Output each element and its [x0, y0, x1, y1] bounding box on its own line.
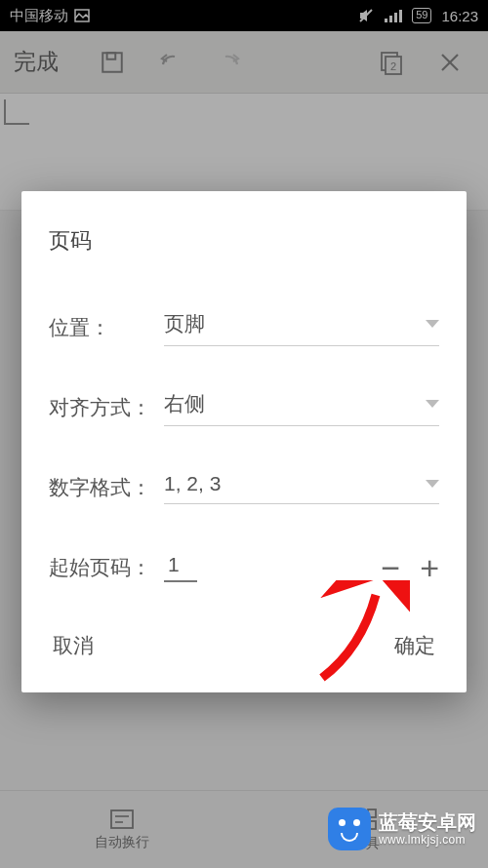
start-row: 起始页码： 1 − + [49, 542, 439, 593]
dialog-title: 页码 [49, 226, 439, 256]
position-select[interactable]: 页脚 [164, 310, 439, 346]
format-value: 1, 2, 3 [164, 472, 221, 495]
start-value[interactable]: 1 [164, 553, 197, 582]
alignment-row: 对齐方式： 右侧 [49, 382, 439, 433]
chevron-down-icon [426, 320, 439, 328]
decrement-button[interactable]: − [381, 551, 400, 584]
increment-button[interactable]: + [420, 551, 439, 584]
format-select[interactable]: 1, 2, 3 [164, 472, 439, 504]
watermark-url: www.lmkjsj.com [379, 834, 476, 848]
alignment-value: 右侧 [164, 390, 205, 417]
cancel-button[interactable]: 取消 [49, 626, 98, 665]
format-row: 数字格式： 1, 2, 3 [49, 462, 439, 513]
format-label: 数字格式： [49, 474, 164, 501]
position-value: 页脚 [164, 310, 205, 337]
chevron-down-icon [426, 480, 439, 488]
page-number-dialog: 页码 位置： 页脚 对齐方式： 右侧 数字格式： 1, 2, 3 起始页码： 1… [21, 191, 467, 692]
watermark-logo-icon [328, 808, 371, 850]
alignment-select[interactable]: 右侧 [164, 390, 439, 426]
watermark: 蓝莓安卓网 www.lmkjsj.com [328, 808, 476, 850]
chevron-down-icon [426, 400, 439, 408]
start-label: 起始页码： [49, 554, 164, 581]
position-row: 位置： 页脚 [49, 302, 439, 353]
alignment-label: 对齐方式： [49, 394, 164, 421]
confirm-button[interactable]: 确定 [390, 626, 439, 665]
watermark-name: 蓝莓安卓网 [379, 811, 476, 834]
position-label: 位置： [49, 314, 164, 341]
